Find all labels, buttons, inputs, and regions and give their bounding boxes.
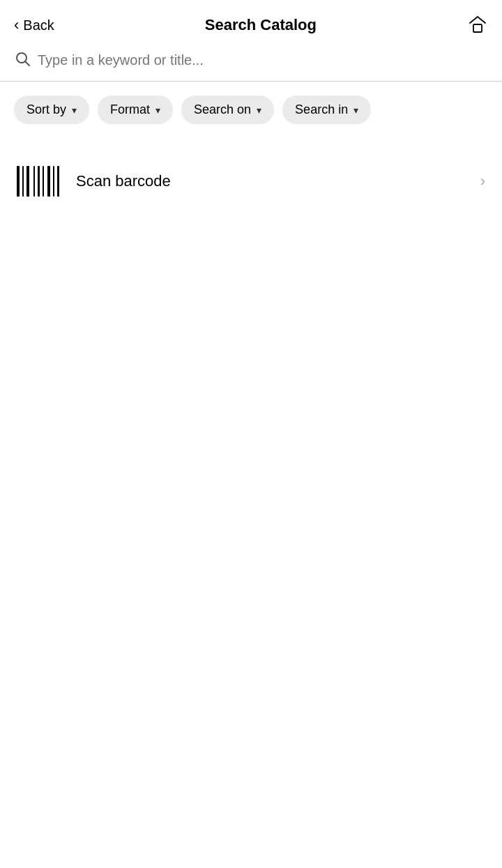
scan-barcode-chevron-icon: › <box>480 172 485 190</box>
svg-rect-0 <box>473 24 482 32</box>
filter-buttons-row: Sort by ▾ Format ▾ Search on ▾ Search in… <box>0 82 502 124</box>
barcode-icon <box>17 166 59 197</box>
back-chevron-icon: ‹ <box>14 17 19 33</box>
search-on-button[interactable]: Search on ▾ <box>181 96 274 124</box>
page-title: Search Catalog <box>205 16 317 34</box>
search-input[interactable] <box>38 52 488 68</box>
search-icon <box>14 50 31 70</box>
search-in-label: Search in <box>295 102 348 117</box>
home-button[interactable] <box>467 14 488 37</box>
scan-barcode-left: Scan barcode <box>17 166 171 197</box>
search-bar <box>14 50 488 73</box>
search-on-label: Search on <box>194 102 251 117</box>
sort-by-button[interactable]: Sort by ▾ <box>14 96 89 124</box>
search-in-chevron-icon: ▾ <box>353 105 358 116</box>
back-label: Back <box>23 17 54 33</box>
search-on-chevron-icon: ▾ <box>257 105 261 116</box>
format-label: Format <box>110 102 150 117</box>
scan-barcode-row[interactable]: Scan barcode › <box>0 145 502 218</box>
search-in-button[interactable]: Search in ▾ <box>282 96 371 124</box>
back-button[interactable]: ‹ Back <box>14 17 54 33</box>
format-button[interactable]: Format ▾ <box>98 96 173 124</box>
format-chevron-icon: ▾ <box>155 105 160 116</box>
sort-by-label: Sort by <box>26 102 66 117</box>
header: ‹ Back Search Catalog <box>0 0 502 50</box>
svg-line-2 <box>26 62 30 66</box>
scan-barcode-label: Scan barcode <box>76 172 171 190</box>
home-icon <box>467 14 488 35</box>
search-bar-container <box>0 50 502 82</box>
sort-by-chevron-icon: ▾ <box>72 105 77 116</box>
